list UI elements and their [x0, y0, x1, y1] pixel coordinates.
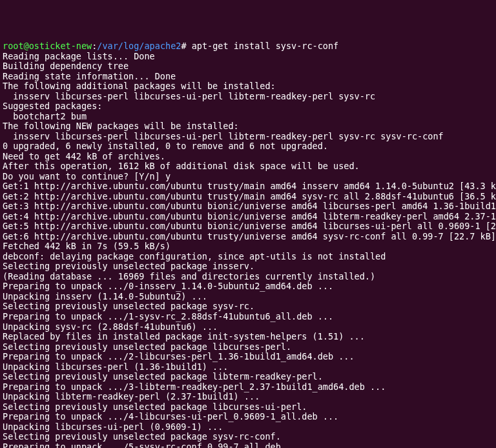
- output-line: insserv libcurses-perl libcurses-ui-perl…: [3, 92, 493, 102]
- output-line: Reading state information... Done: [3, 72, 493, 82]
- output-line: Get:5 http://archive.ubuntu.com/ubuntu b…: [3, 221, 493, 232]
- output-line: Selecting previously unselected package …: [3, 342, 493, 352]
- output-line: Selecting previously unselected package …: [3, 301, 493, 312]
- output-line: Preparing to unpack .../1-sysv-rc_2.88ds…: [3, 312, 493, 322]
- command-line: root@osticket-new:/var/log/apache2# apt-…: [3, 41, 493, 52]
- output-line: Get:1 http://archive.ubuntu.com/ubuntu t…: [3, 181, 493, 192]
- output-line: Preparing to unpack .../0-insserv_1.14.0…: [3, 281, 493, 292]
- command-text: apt-get install sysv-rc-conf: [192, 41, 339, 51]
- output-line: Replaced by files in installed package i…: [3, 332, 493, 342]
- output-line: Unpacking libterm-readkey-perl (2.37-1bu…: [3, 392, 493, 402]
- output-line: The following additional packages will b…: [3, 81, 493, 92]
- prompt-at: @: [24, 41, 29, 51]
- output-line: Get:2 http://archive.ubuntu.com/ubuntu t…: [3, 192, 493, 202]
- output-line: Selecting previously unselected package …: [3, 432, 493, 442]
- prompt-hash: #: [181, 41, 191, 51]
- output-line: After this operation, 1612 kB of additio…: [3, 161, 493, 172]
- output-line: Unpacking sysv-rc (2.88dsf-41ubuntu6) ..…: [3, 322, 493, 332]
- output-line: Get:4 http://archive.ubuntu.com/ubuntu b…: [3, 212, 493, 222]
- output-line: bootchart2 bum: [3, 112, 493, 122]
- output-line: The following NEW packages will be insta…: [3, 121, 493, 132]
- output-line: Preparing to unpack .../5-sysv-rc-conf_0…: [3, 442, 493, 448]
- output-line: (Reading database ... 16969 files and di…: [3, 272, 493, 282]
- output-line: Preparing to unpack .../2-libcurses-perl…: [3, 352, 493, 362]
- output-line: Preparing to unpack .../3-libterm-readke…: [3, 382, 493, 392]
- prompt-host: osticket-new: [29, 41, 92, 51]
- output-line: Fetched 442 kB in 7s (59.5 kB/s): [3, 241, 493, 252]
- output-line: Unpacking insserv (1.14.0-5ubuntu2) ...: [3, 292, 493, 302]
- output-line: Suggested packages:: [3, 101, 493, 112]
- output-line: Unpacking libcurses-perl (1.36-1build1) …: [3, 362, 493, 372]
- output-line: Preparing to unpack .../4-libcurses-ui-p…: [3, 412, 493, 422]
- output-line: 0 upgraded, 6 newly installed, 0 to remo…: [3, 141, 493, 152]
- output-line: insserv libcurses-perl libcurses-ui-perl…: [3, 132, 493, 142]
- output-line: Do you want to continue? [Y/n] y: [3, 172, 493, 182]
- output-line: Get:6 http://archive.ubuntu.com/ubuntu t…: [3, 232, 493, 242]
- output-line: Unpacking libcurses-ui-perl (0.9609-1) .…: [3, 422, 493, 433]
- output-line: Selecting previously unselected package …: [3, 402, 493, 412]
- output-line: Get:3 http://archive.ubuntu.com/ubuntu b…: [3, 201, 493, 212]
- output-line: Building dependency tree: [3, 61, 493, 72]
- output-line: Selecting previously unselected package …: [3, 372, 493, 382]
- output-line: Need to get 442 kB of archives.: [3, 152, 493, 162]
- prompt-path: /var/log/apache2: [97, 41, 181, 51]
- output-line: Selecting previously unselected package …: [3, 261, 493, 272]
- output-line: Reading package lists... Done: [3, 52, 493, 62]
- prompt-user: root: [3, 41, 24, 51]
- output-line: debconf: delaying package configuration,…: [3, 252, 493, 262]
- terminal-window[interactable]: root@osticket-new:/var/log/apache2# apt-…: [3, 41, 493, 448]
